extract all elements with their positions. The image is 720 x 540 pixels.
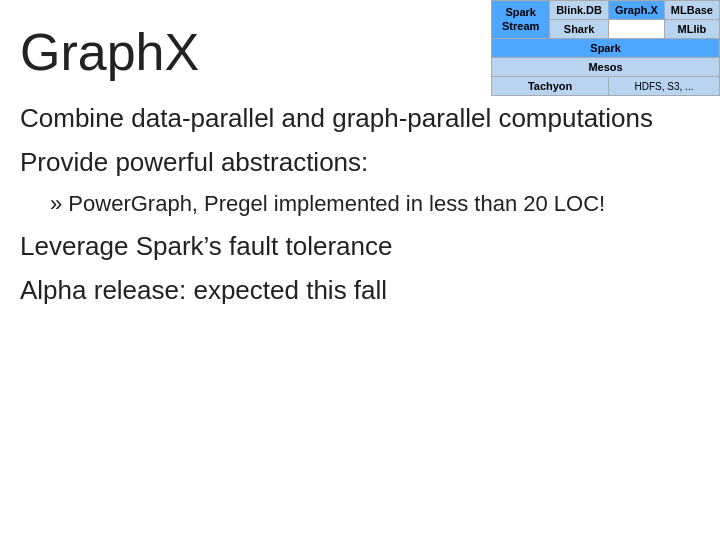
main-content: GraphX Combine data-parallel and graph-p… xyxy=(0,0,720,540)
bullet-1: Combine data-parallel and graph-parallel… xyxy=(20,102,700,136)
bullet-4: Alpha release: expected this fall xyxy=(20,274,700,308)
bullet-2-sub: PowerGraph, Pregel implemented in less t… xyxy=(50,190,700,219)
bullet-2: Provide powerful abstractions: xyxy=(20,146,700,180)
page-title: GraphX xyxy=(20,22,700,82)
bullet-3: Leverage Spark’s fault tolerance xyxy=(20,230,700,264)
